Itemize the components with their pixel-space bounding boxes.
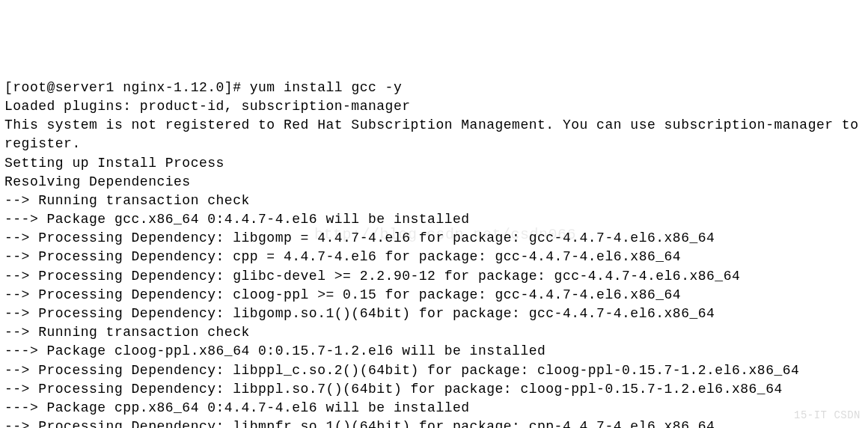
output-line: --> Processing Dependency: libppl_c.so.2… [4, 363, 799, 378]
output-line: --> Processing Dependency: libgomp = 4.4… [4, 230, 715, 245]
shell-prompt: [root@server1 nginx-1.12.0]# [4, 80, 250, 95]
output-line: This system is not registered to Red Hat… [4, 117, 867, 151]
output-line: --> Running transaction check [4, 193, 250, 208]
output-line: ---> Package gcc.x86_64 0:4.4.7-4.el6 wi… [4, 212, 470, 227]
output-line: Loaded plugins: product-id, subscription… [4, 99, 410, 114]
output-line: --> Processing Dependency: cloog-ppl >= … [4, 287, 681, 302]
output-line: --> Running transaction check [4, 325, 250, 340]
output-line: --> Processing Dependency: libmpfr.so.1(… [4, 419, 715, 428]
output-line: ---> Package cloog-ppl.x86_64 0:0.15.7-1… [4, 343, 545, 358]
output-line: --> Processing Dependency: libgomp.so.1(… [4, 306, 715, 321]
output-line: ---> Package cpp.x86_64 0:4.4.7-4.el6 wi… [4, 400, 470, 415]
output-line: --> Processing Dependency: cpp = 4.4.7-4… [4, 249, 681, 264]
output-line: --> Processing Dependency: libppl.so.7()… [4, 382, 783, 397]
output-line: Resolving Dependencies [4, 174, 191, 189]
output-line: --> Processing Dependency: glibc-devel >… [4, 269, 740, 284]
terminal-output[interactable]: [root@server1 nginx-1.12.0]# yum install… [4, 79, 864, 428]
output-line: Setting up Install Process [4, 156, 224, 171]
shell-command: yum install gcc -y [250, 80, 402, 95]
